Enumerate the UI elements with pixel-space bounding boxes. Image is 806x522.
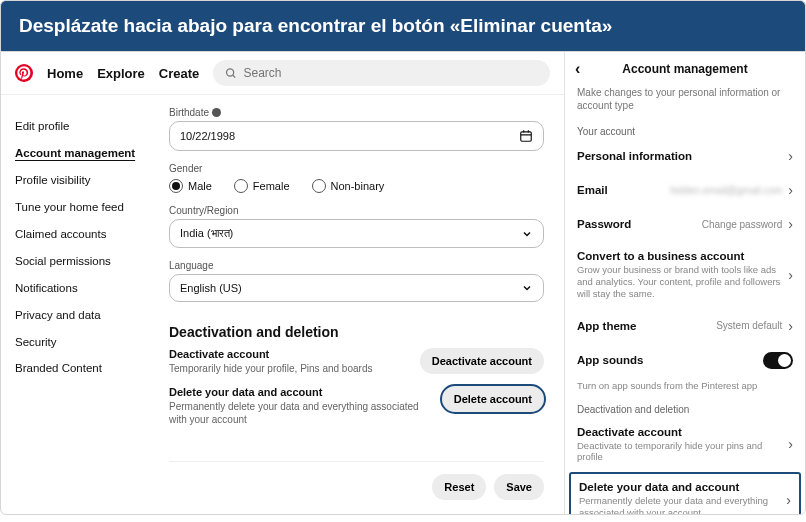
radio-circle-icon [312,179,326,193]
radio-circle-icon [169,179,183,193]
mobile-delete-desc: Permanently delete your data and everyth… [579,495,786,514]
mobile-subtitle: Make changes to your personal informatio… [565,86,805,120]
svg-point-0 [227,68,234,75]
search-icon [225,67,237,80]
delete-account-button[interactable]: Delete account [442,386,544,412]
chevron-down-icon [521,282,533,294]
settings-sidebar: Edit profileAccount managementProfile vi… [1,95,149,514]
gender-label: Gender [169,163,544,174]
search-bar[interactable] [213,60,550,86]
sidebar-item-claimed-accounts[interactable]: Claimed accounts [15,221,139,248]
mobile-convert-desc: Grow your business or brand with tools l… [577,264,788,300]
mobile-dd-label: Deactivation and deletion [565,398,805,417]
back-icon[interactable]: ‹ [575,60,593,78]
deactivation-section-title: Deactivation and deletion [169,324,544,340]
mobile-deactivate[interactable]: Deactivate account Deactivate to tempora… [565,417,805,473]
topbar: Home Explore Create [1,52,564,95]
language-value: English (US) [180,282,242,294]
delete-row: Delete your data and account Permanently… [169,386,544,427]
chevron-right-icon: › [788,182,793,198]
sidebar-item-branded-content[interactable]: Branded Content [15,355,139,382]
country-field: Country/Region India (भारत) [169,205,544,248]
gender-radio-label: Non-binary [331,180,385,192]
sidebar-item-tune-your-home-feed[interactable]: Tune your home feed [15,194,139,221]
footer-buttons: Reset Save [169,461,544,514]
gender-radio-female[interactable]: Female [234,179,290,193]
sidebar-item-profile-visibility[interactable]: Profile visibility [15,167,139,194]
mobile-email[interactable]: Email hidden.email@gmail.com› [565,173,805,207]
mobile-delete-title: Delete your data and account [579,481,786,493]
country-label: Country/Region [169,205,544,216]
app-sounds-toggle[interactable] [763,352,793,369]
chevron-right-icon: › [788,148,793,164]
svg-line-1 [233,75,236,78]
sidebar-item-social-permissions[interactable]: Social permissions [15,248,139,275]
chevron-right-icon: › [786,492,791,508]
mobile-convert-title: Convert to a business account [577,250,788,262]
reset-button[interactable]: Reset [432,474,486,500]
deactivate-desc: Temporarily hide your profile, Pins and … [169,362,410,376]
gender-field: Gender MaleFemaleNon-binary [169,163,544,193]
nav-explore[interactable]: Explore [97,66,145,81]
screenshot-container: Home Explore Create Edit profileAccount … [0,51,806,515]
mobile-title: Account management [593,62,777,76]
mobile-deactivate-title: Deactivate account [577,426,788,438]
mobile-app-sounds-label: App sounds [577,354,643,366]
language-select[interactable]: English (US) [169,274,544,302]
chevron-right-icon: › [788,216,793,232]
svg-rect-2 [521,132,532,141]
sidebar-item-security[interactable]: Security [15,329,139,356]
mobile-delete-account[interactable]: Delete your data and account Permanently… [569,472,801,514]
deactivate-row: Deactivate account Temporarily hide your… [169,348,544,376]
sidebar-item-account-management[interactable]: Account management [15,140,139,167]
deactivate-account-button[interactable]: Deactivate account [420,348,544,374]
save-button[interactable]: Save [494,474,544,500]
mobile-app-theme-label: App theme [577,320,636,332]
gender-radio-label: Male [188,180,212,192]
mobile-app-sounds-desc-row: Turn on app sounds from the Pinterest ap… [565,378,805,398]
birthdate-label: Birthdate [169,107,209,118]
desktop-body: Edit profileAccount managementProfile vi… [1,95,564,514]
mobile-email-value: hidden.email@gmail.com [670,185,782,196]
your-account-label: Your account [565,120,805,139]
mobile-email-label: Email [577,184,608,196]
delete-title: Delete your data and account [169,386,432,398]
birthdate-input[interactable]: 10/22/1998 [169,121,544,151]
info-icon[interactable] [212,108,221,117]
calendar-icon [519,129,533,143]
country-value: India (भारत) [180,227,233,240]
chevron-right-icon: › [788,436,793,452]
mobile-password-action: Change password [702,219,783,230]
mobile-password-label: Password [577,218,631,230]
sidebar-item-edit-profile[interactable]: Edit profile [15,113,139,140]
gender-radio-male[interactable]: Male [169,179,212,193]
desktop-pane: Home Explore Create Edit profileAccount … [1,52,565,514]
mobile-app-sounds[interactable]: App sounds [565,343,805,378]
language-label: Language [169,260,544,271]
mobile-header: ‹ Account management [565,52,805,86]
mobile-app-theme[interactable]: App theme System default› [565,309,805,343]
nav-home[interactable]: Home [47,66,83,81]
sidebar-item-privacy-and-data[interactable]: Privacy and data [15,302,139,329]
mobile-app-sounds-desc: Turn on app sounds from the Pinterest ap… [577,380,757,392]
mobile-deactivate-desc: Deactivate to temporarily hide your pins… [577,440,788,464]
pinterest-logo-icon[interactable] [15,64,33,82]
settings-main: Birthdate 10/22/1998 Gender MaleFemaleNo… [149,95,564,514]
gender-radio-non-binary[interactable]: Non-binary [312,179,385,193]
mobile-convert-business[interactable]: Convert to a business account Grow your … [565,241,805,309]
country-select[interactable]: India (भारत) [169,219,544,248]
mobile-pane: ‹ Account management Make changes to you… [565,52,805,514]
radio-circle-icon [234,179,248,193]
chevron-right-icon: › [788,318,793,334]
birthdate-field: Birthdate 10/22/1998 [169,107,544,151]
search-input[interactable] [244,66,538,80]
mobile-personal-info[interactable]: Personal information › [565,139,805,173]
language-field: Language English (US) [169,260,544,302]
sidebar-item-notifications[interactable]: Notifications [15,275,139,302]
mobile-password[interactable]: Password Change password› [565,207,805,241]
nav-create[interactable]: Create [159,66,199,81]
mobile-personal-label: Personal information [577,150,692,162]
delete-desc: Permanently delete your data and everyth… [169,400,432,427]
gender-radio-label: Female [253,180,290,192]
mobile-app-theme-value: System default [716,320,782,331]
